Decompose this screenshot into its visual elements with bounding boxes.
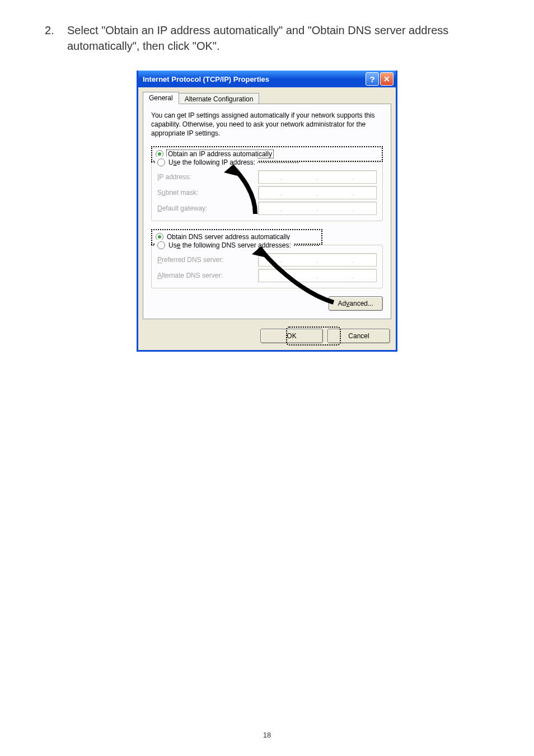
row-default-gateway: Default gateway: ... <box>157 202 377 215</box>
radio-use-dns[interactable]: Use the following DNS server addresses: <box>155 240 293 251</box>
input-ip-address[interactable]: ... <box>258 170 377 184</box>
advanced-label: Advanced... <box>338 300 373 307</box>
row-alternate-dns: Alternate DNS server: ... <box>157 269 377 282</box>
label-subnet-mask: Subnet mask: <box>157 189 258 197</box>
radio-empty-icon <box>157 241 165 249</box>
ok-button[interactable]: OK <box>260 329 323 343</box>
input-alternate-dns[interactable]: ... <box>258 269 377 282</box>
label-default-gateway: Default gateway: <box>157 204 258 212</box>
step-number: 2. <box>45 22 67 54</box>
help-button[interactable]: ? <box>366 72 379 86</box>
dialog-footer: OK Cancel <box>138 324 396 350</box>
help-icon: ? <box>369 74 374 84</box>
radio-use-ip[interactable]: Use the following IP address: <box>155 157 257 168</box>
description-text: You can get IP settings assigned automat… <box>151 111 383 138</box>
title-bar: Internet Protocol (TCP/IP) Properties ? … <box>138 71 396 87</box>
dialog-title: Internet Protocol (TCP/IP) Properties <box>143 75 269 83</box>
label-ip-address: IP address: <box>157 173 258 181</box>
input-preferred-dns[interactable]: ... <box>258 253 377 267</box>
label-alternate-dns: Alternate DNS server: <box>157 272 258 279</box>
row-subnet-mask: Subnet mask: ... <box>157 186 377 199</box>
input-default-gateway[interactable]: ... <box>258 202 377 215</box>
radio-empty-icon <box>157 158 165 166</box>
row-preferred-dns: Preferred DNS server: ... <box>157 253 377 267</box>
radio-use-ip-label: Use the following IP address: <box>168 158 255 166</box>
radio-use-dns-label: Use the following DNS server addresses: <box>168 241 291 249</box>
dialog-window: Internet Protocol (TCP/IP) Properties ? … <box>137 71 397 352</box>
instruction-step: 2. Select "Obtain an IP address automati… <box>45 22 489 54</box>
advanced-button[interactable]: Advanced... <box>329 296 383 311</box>
input-subnet-mask[interactable]: ... <box>258 186 377 199</box>
tab-general[interactable]: General <box>143 92 179 104</box>
close-icon: ✕ <box>383 74 390 83</box>
page-number: 18 <box>0 731 534 739</box>
row-ip-address: IP address: ... <box>157 170 377 184</box>
step-text: Select "Obtain an IP address automatical… <box>67 22 489 54</box>
label-preferred-dns: Preferred DNS server: <box>157 256 258 264</box>
tab-bar: General Alternate Configuration <box>138 87 396 104</box>
cancel-button[interactable]: Cancel <box>327 329 390 343</box>
close-button[interactable]: ✕ <box>380 72 394 86</box>
tab-panel-general: You can get IP settings assigned automat… <box>143 104 391 319</box>
